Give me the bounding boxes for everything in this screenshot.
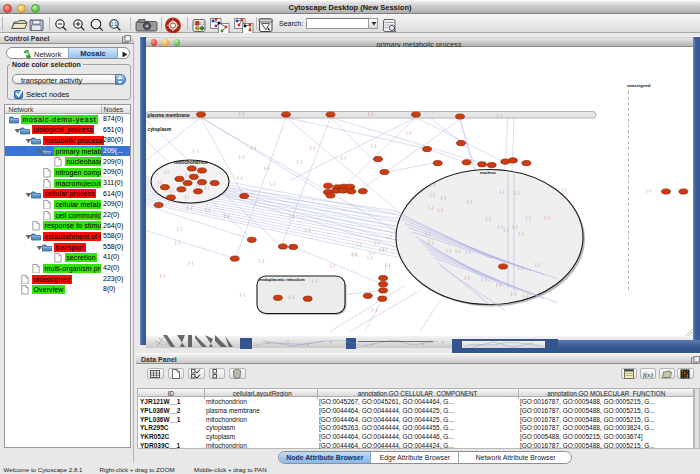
svg-text:[...]: [...]: [387, 234, 392, 238]
svg-text:[...]: [...]: [270, 181, 275, 185]
svg-text:[...]: [...]: [259, 258, 264, 262]
svg-text:[...]: [...]: [511, 291, 516, 295]
svg-text:[...]: [...]: [455, 248, 460, 252]
svg-text:[...]: [...]: [289, 214, 294, 218]
svg-text:f(x): f(x): [643, 371, 653, 379]
svg-text:[..]: [..]: [170, 188, 174, 192]
svg-text:[...]: [...]: [545, 215, 550, 219]
svg-text:[...]: [...]: [429, 206, 434, 210]
svg-text:unassigned: unassigned: [627, 83, 651, 88]
svg-text:[...]: [...]: [406, 130, 411, 134]
svg-text:1:1: 1:1: [111, 22, 118, 27]
svg-text:[...]: [...]: [379, 248, 384, 252]
svg-text:[...]: [...]: [523, 293, 528, 297]
svg-text:[...]: [...]: [646, 188, 651, 192]
svg-text:[..]: [..]: [158, 179, 162, 183]
svg-text:[..]: [..]: [196, 182, 200, 186]
svg-text:[...]: [...]: [264, 165, 269, 169]
svg-text:[...]: [...]: [425, 232, 430, 236]
svg-text:[...]: [...]: [372, 307, 377, 311]
svg-text:[...]: [...]: [428, 240, 433, 244]
svg-text:[...]: [...]: [370, 251, 375, 255]
svg-text:[...]: [...]: [499, 189, 504, 193]
svg-text:[...]: [...]: [353, 253, 358, 257]
svg-text:[...]: [...]: [526, 215, 531, 219]
svg-text:[...]: [...]: [188, 260, 193, 264]
svg-text:[...]: [...]: [368, 112, 373, 116]
svg-text:[...]: [...]: [341, 155, 346, 159]
svg-text:nucleus: nucleus: [480, 169, 496, 174]
svg-text:[...]: [...]: [498, 224, 503, 228]
svg-text:[...]: [...]: [371, 143, 376, 147]
svg-text:[...]: [...]: [466, 249, 471, 253]
svg-text:cytoplasm: cytoplasm: [148, 127, 172, 132]
svg-text:[...]: [...]: [519, 231, 524, 235]
svg-text:[..]: [..]: [185, 194, 189, 198]
svg-text:[...]: [...]: [438, 208, 443, 212]
svg-text:[...]: [...]: [441, 196, 446, 200]
svg-text:[...]: [...]: [330, 263, 335, 267]
svg-text:[...]: [...]: [497, 114, 502, 118]
svg-text:[...]: [...]: [368, 255, 373, 259]
svg-text:[..]: [..]: [165, 169, 169, 173]
svg-text:[..]: [..]: [186, 172, 190, 176]
svg-text:[...]: [...]: [251, 145, 256, 149]
svg-text:[...]: [...]: [430, 182, 435, 186]
svg-text:[...]: [...]: [289, 294, 294, 298]
svg-text:[...]: [...]: [513, 225, 518, 229]
svg-text:[...]: [...]: [482, 277, 487, 281]
svg-text:[...]: [...]: [237, 175, 242, 179]
svg-text:[...]: [...]: [175, 240, 180, 244]
svg-text:[...]: [...]: [310, 145, 315, 149]
svg-text:[...]: [...]: [496, 283, 501, 287]
svg-text:[...]: [...]: [465, 276, 470, 280]
svg-text:[...]: [...]: [224, 213, 229, 217]
svg-text:endoplasmic reticulum: endoplasmic reticulum: [259, 277, 305, 282]
svg-text:[...]: [...]: [193, 148, 198, 152]
svg-text:[...]: [...]: [160, 273, 165, 277]
svg-text:[...]: [...]: [467, 199, 472, 203]
svg-text:plasma membrane: plasma membrane: [148, 112, 190, 117]
svg-text:[...]: [...]: [535, 262, 540, 266]
svg-text:[...]: [...]: [177, 226, 182, 230]
svg-text:[...]: [...]: [562, 187, 567, 191]
svg-text:[...]: [...]: [446, 249, 451, 253]
svg-text:[...]: [...]: [239, 112, 244, 116]
svg-text:[...]: [...]: [514, 190, 519, 194]
svg-text:[...]: [...]: [205, 207, 210, 211]
svg-text:[..]: [..]: [205, 185, 209, 189]
svg-text:[...]: [...]: [385, 264, 390, 268]
svg-text:[...]: [...]: [518, 265, 523, 269]
svg-text:[...]: [...]: [562, 196, 567, 200]
svg-text:[...]: [...]: [239, 154, 244, 158]
svg-text:[...]: [...]: [187, 205, 192, 209]
svg-text:[...]: [...]: [312, 278, 317, 282]
svg-text:mitochondrion: mitochondrion: [174, 160, 208, 165]
svg-text:[...]: [...]: [240, 292, 245, 296]
svg-text:[...]: [...]: [430, 192, 435, 196]
svg-text:[...]: [...]: [356, 243, 361, 247]
svg-text:[...]: [...]: [486, 217, 491, 221]
svg-text:[...]: [...]: [156, 203, 161, 207]
svg-text:[...]: [...]: [297, 159, 302, 163]
svg-text:[...]: [...]: [504, 228, 509, 232]
svg-text:[...]: [...]: [305, 227, 310, 231]
svg-text:[...]: [...]: [374, 241, 379, 245]
